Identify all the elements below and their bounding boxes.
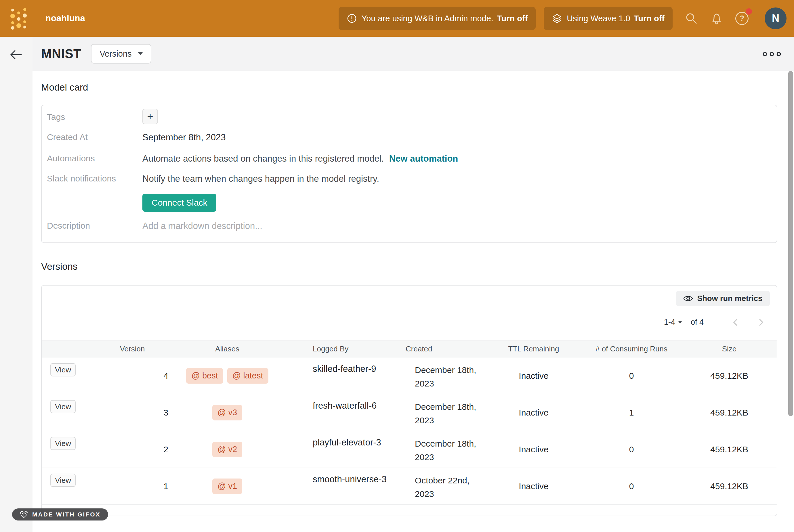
aliases-cell: @ v3	[180, 394, 275, 431]
logged-by-cell: skilled-feather-9	[275, 358, 387, 394]
version-cell: 4	[85, 358, 180, 394]
automations-text: Automate actions based on changes in thi…	[143, 154, 458, 164]
version-cell: 3	[85, 394, 180, 431]
page-range-dropdown[interactable]: 1-4	[664, 318, 682, 327]
created-cell: December 18th,2023	[387, 394, 491, 431]
page-title: MNIST	[41, 46, 81, 61]
ttl-cell: Inactive	[491, 358, 577, 394]
logged-by-cell: fresh-waterfall-6	[275, 394, 387, 431]
model-card: Tags + Created At September 8th, 2023 Au…	[41, 105, 777, 243]
logged-by-cell: smooth-universe-3	[275, 468, 387, 505]
back-arrow-icon[interactable]	[10, 50, 22, 60]
header-spacer	[42, 341, 85, 357]
versions-table: Version Aliases Logged By Created TTL Re…	[42, 341, 777, 505]
consuming-runs-cell: 0	[577, 468, 686, 505]
logged-by-cell: playful-elevator-3	[275, 431, 387, 468]
description-placeholder[interactable]: Add a markdown description...	[143, 221, 262, 231]
alias-chip[interactable]: @ v3	[212, 405, 242, 420]
chevron-down-icon	[138, 52, 143, 55]
left-rail	[0, 37, 33, 532]
col-header-version: Version	[85, 341, 180, 357]
consuming-runs-cell: 0	[577, 358, 686, 394]
created-cell: December 18th,2023	[387, 431, 491, 468]
view-button[interactable]: View	[50, 474, 76, 487]
ttl-cell: Inactive	[491, 394, 577, 431]
view-button[interactable]: View	[50, 363, 76, 376]
aliases-cell: @ best @ latest	[180, 358, 275, 394]
chevron-down-icon	[678, 321, 682, 324]
pagination: 1-4 of 4	[664, 318, 765, 327]
versions-dropdown[interactable]: Versions	[91, 44, 151, 63]
size-cell: 459.12KB	[686, 394, 772, 431]
add-tag-button[interactable]: +	[143, 109, 158, 124]
admin-mode-banner: You are using W&B in Admin mode. Turn of…	[339, 7, 536, 30]
prev-page-icon[interactable]	[731, 318, 740, 327]
overflow-menu-icon[interactable]	[762, 51, 782, 57]
wandb-model-registry-page: noahluna You are using W&B in Admin mode…	[0, 0, 794, 532]
slack-notifications-text: Notify the team when changes happen in t…	[143, 174, 379, 184]
automations-label: Automations	[47, 154, 95, 163]
weave-turn-off-button[interactable]: Turn off	[634, 14, 664, 23]
view-button[interactable]: View	[50, 400, 76, 413]
versions-dropdown-label: Versions	[99, 49, 131, 59]
alias-chip[interactable]: @ latest	[227, 368, 268, 384]
view-button[interactable]: View	[50, 437, 76, 450]
tags-label: Tags	[47, 112, 65, 122]
created-cell: October 22nd,2023	[387, 468, 491, 505]
col-header-consuming-runs: # of Consuming Runs	[577, 341, 686, 357]
alert-circle-icon	[347, 13, 357, 24]
table-header-row: Version Aliases Logged By Created TTL Re…	[42, 341, 777, 358]
gifox-watermark: MADE WITH GIFOX	[12, 508, 108, 520]
aliases-cell: @ v2	[180, 431, 275, 468]
table-row: View 4 @ best @ latest skilled-feather-9…	[42, 358, 777, 394]
next-page-icon[interactable]	[757, 318, 765, 327]
vertical-scrollbar-thumb[interactable]	[788, 71, 793, 416]
versions-card: Show run metrics 1-4 of 4 Version Aliase…	[41, 285, 777, 516]
created-at-value: September 8th, 2023	[143, 132, 226, 142]
version-cell: 2	[85, 431, 180, 468]
page-total: of 4	[691, 318, 704, 327]
top-navbar: noahluna You are using W&B in Admin mode…	[0, 0, 794, 37]
size-cell: 459.12KB	[686, 358, 772, 394]
weave-banner-text: Using Weave 1.0	[567, 14, 630, 23]
size-cell: 459.12KB	[686, 431, 772, 468]
slack-notifications-label: Slack notifications	[47, 174, 116, 184]
weave-banner: Using Weave 1.0 Turn off	[544, 7, 673, 30]
version-cell: 1	[85, 468, 180, 505]
notifications-bell-icon[interactable]	[710, 12, 723, 25]
created-cell: December 18th,2023	[387, 358, 491, 394]
description-label: Description	[47, 221, 90, 231]
alias-chip[interactable]: @ v2	[212, 442, 242, 457]
org-name[interactable]: noahluna	[45, 13, 85, 24]
show-run-metrics-button[interactable]: Show run metrics	[676, 291, 770, 306]
created-at-label: Created At	[47, 132, 88, 142]
table-row: View 3 @ v3 fresh-waterfall-6 December 1…	[42, 394, 777, 431]
gifox-text: MADE WITH GIFOX	[32, 511, 101, 518]
layers-icon	[552, 13, 562, 24]
col-header-ttl: TTL Remaining	[491, 341, 577, 357]
notification-dot	[746, 8, 752, 15]
admin-banner-text: You are using W&B in Admin mode.	[362, 14, 493, 23]
alias-chip[interactable]: @ best	[186, 368, 223, 384]
connect-slack-button[interactable]: Connect Slack	[143, 194, 216, 212]
ttl-cell: Inactive	[491, 431, 577, 468]
table-row: View 1 @ v1 smooth-universe-3 October 22…	[42, 468, 777, 505]
consuming-runs-cell: 1	[577, 394, 686, 431]
help-icon[interactable]: ?	[735, 12, 749, 25]
col-header-size: Size	[686, 341, 772, 357]
eye-icon	[683, 294, 693, 303]
table-row: View 2 @ v2 playful-elevator-3 December …	[42, 431, 777, 468]
model-card-heading: Model card	[41, 82, 88, 93]
title-band: MNIST Versions	[33, 37, 794, 71]
search-icon[interactable]	[685, 12, 698, 25]
avatar[interactable]: N	[765, 7, 787, 29]
size-cell: 459.12KB	[686, 468, 772, 505]
alias-chip[interactable]: @ v1	[212, 478, 242, 494]
wandb-logo-icon[interactable]	[11, 6, 27, 30]
consuming-runs-cell: 0	[577, 431, 686, 468]
admin-turn-off-button[interactable]: Turn off	[497, 14, 528, 23]
col-header-created: Created	[387, 341, 491, 357]
ttl-cell: Inactive	[491, 468, 577, 505]
col-header-logged-by: Logged By	[275, 341, 387, 357]
new-automation-link[interactable]: New automation	[389, 154, 458, 164]
